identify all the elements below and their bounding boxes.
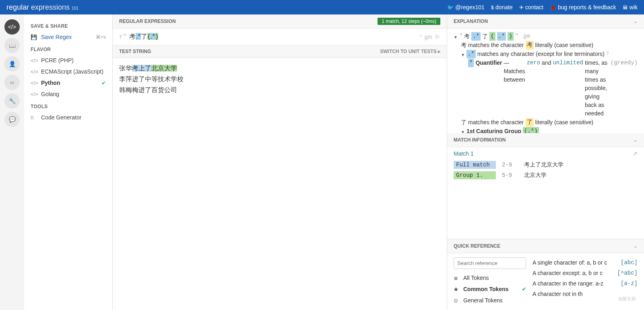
regex-header: REGULAR EXPRESSION 1 match, 12 steps (~0… [113,14,447,29]
plane-icon: ✈ [519,4,524,10]
collapse-icon[interactable]: ⌄ [634,243,638,249]
flavor-pcre[interactable]: </>PCRE (PHP) [24,55,112,66]
top-bar: regular expressions101 🐦@regex101 $donat… [0,0,644,14]
qr-ref-row[interactable]: A character in the range: a-z[a-z] [533,278,638,289]
code-icon: </> [31,57,37,64]
match-row-group1: Group 1. 5-9 北京大学 [454,171,638,179]
qr-cat-general[interactable]: ⊙General Tokens [454,295,526,306]
logo-sub: 101 [72,6,78,10]
flavor-golang[interactable]: </>Golang [24,88,112,100]
link-bugs[interactable]: 🐞bug reports & feedback [550,4,616,10]
exp-kao: 考 matches the character 考 literally (cas… [461,41,638,49]
bug-icon: 🐞 [550,4,556,10]
test-line-3: 韩梅梅进了百货公司 [119,84,440,95]
logo-rest: expressions [29,3,70,11]
twitter-icon: 🐦 [447,4,454,10]
code-icon: </> [31,69,37,75]
sidebar: SAVE & SHARE 💾 Save Regex ⌘+s FLAVOR </>… [24,14,113,310]
tri-icon[interactable]: ▼ [461,129,465,133]
list-icon: ≣ [454,275,459,281]
qr-ref-row[interactable]: A single character of: a, b or c[abc] [533,257,638,268]
qr-ref-row[interactable]: A character except: a, b or c[^abc] [533,268,638,278]
check-icon: ✔ [522,286,526,292]
codegen-icon: ⎘ [31,115,37,121]
save-icon: 💾 [31,34,37,40]
regex-input[interactable]: r" 考.*了(.*) " gm 🏳 [113,29,447,45]
logo-main: regular [6,3,29,11]
tri-icon[interactable]: ▼ [454,34,458,40]
quick-reference: QUICK REFERENCE ⌄ ≣All Tokens ★Common To… [447,239,644,310]
nav-settings-icon[interactable]: 🔧 [4,93,20,109]
regex-pattern[interactable]: 考.*了(.*) [127,33,420,41]
check-icon: ✔ [101,80,106,86]
match-info-header: MATCH INFORMATION ⌄ [447,133,644,147]
test-string-input[interactable]: 张华考上了北京大学 李萍进了中等技术学校 韩梅梅进了百货公司 [113,58,447,310]
flavor-python[interactable]: </>Python✔ [24,77,112,88]
collapse-icon[interactable]: ⌄ [634,137,638,143]
tri-icon[interactable]: ▼ [461,52,465,58]
save-regex-button[interactable]: 💾 Save Regex ⌘+s [24,31,112,43]
regex-prefix: r" [119,33,127,41]
wiki-icon: 🏛 [623,4,628,10]
regex-title: REGULAR EXPRESSION [119,18,176,24]
test-line-2: 李萍进了中等技术学校 [119,74,440,84]
dot-icon: ⊙ [454,298,459,304]
switch-unit-tests[interactable]: SWITCH TO UNIT TESTS ▸ [380,49,440,54]
link-twitter[interactable]: 🐦@regex101 [447,4,485,10]
tools-title: TOOLS [24,100,112,112]
exp-quant: * Quantifier — Matches between zero and … [468,59,638,118]
export-icon[interactable]: ↗ [633,150,638,157]
flag-icon: 🏳 [435,34,440,40]
link-contact[interactable]: ✈contact [519,4,543,10]
exp-le: 了 matches the character 了 literally (cas… [461,118,638,127]
save-share-title: SAVE & SHARE [24,19,112,31]
collapse-icon[interactable]: ⌄ [634,18,638,24]
link-donate[interactable]: $donate [491,4,513,10]
flavor-title: FLAVOR [24,43,112,55]
explanation-header: EXPLANATION ⌄ [447,14,644,29]
test-line-1: 张华考上了北京大学 [119,63,440,74]
main-area: REGULAR EXPRESSION 1 match, 12 steps (~0… [113,14,447,310]
nav-regex-icon[interactable]: </> [4,19,20,35]
regex-flags[interactable]: " gm 🏳 [420,34,440,40]
code-icon: </> [31,91,37,97]
qr-cat-common[interactable]: ★Common Tokens✔ [454,283,526,295]
logo[interactable]: regular expressions101 [6,3,78,12]
match-info-body: Match 1 ↗ Full match 2-9 考上了北京大学 Group 1… [447,147,644,185]
nav-chat-icon[interactable]: 💬 [4,112,20,127]
dollar-icon: $ [491,4,494,10]
icon-bar: </> 📖 👤 ∞ 🔧 💬 [0,14,24,310]
nav-library-icon[interactable]: 📖 [4,38,20,53]
test-title: TEST STRING [119,49,151,54]
help-icon[interactable]: ? [606,50,609,57]
match-badge: 1 match, 12 steps (~0ms) [378,18,440,25]
app-body: </> 📖 👤 ∞ 🔧 💬 SAVE & SHARE 💾 Save Regex … [0,14,644,310]
flavor-js[interactable]: </>ECMAScript (JavaScript) [24,66,112,77]
nav-debugger-icon[interactable]: ∞ [4,75,20,90]
qr-cat-all[interactable]: ≣All Tokens [454,272,526,283]
match-label: Match 1 [454,150,474,157]
tool-codegen[interactable]: ⎘Code Generator [24,112,112,123]
nav-account-icon[interactable]: 👤 [4,56,20,72]
top-links: 🐦@regex101 $donate ✈contact 🐞bug reports… [447,4,638,10]
code-icon: </> [31,80,37,86]
quickref-search[interactable] [454,257,526,269]
watermark: 创新互联 [618,296,636,302]
right-panel: EXPLANATION ⌄ ▼" 考.*了(.*) " gm 考 matches… [447,14,644,310]
star-icon: ★ [454,286,459,292]
test-header: TEST STRING SWITCH TO UNIT TESTS ▸ [113,45,447,58]
explanation-body: ▼" 考.*了(.*) " gm 考 matches the character… [447,29,644,133]
quickref-header: QUICK REFERENCE ⌄ [447,239,644,253]
link-wiki[interactable]: 🏛wik [623,4,638,10]
match-row-full: Full match 2-9 考上了北京大学 [454,161,638,169]
